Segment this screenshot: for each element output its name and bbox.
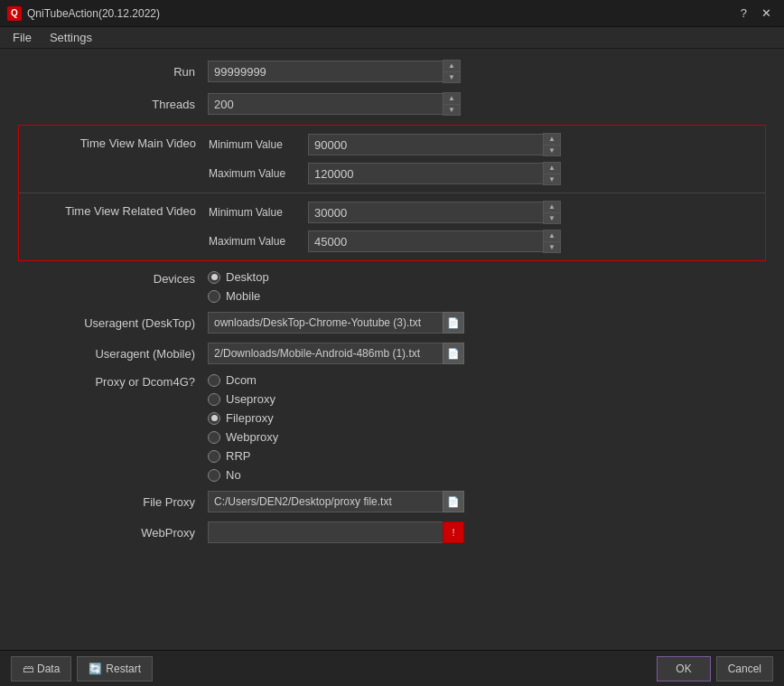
threads-label: Threads [18,98,208,111]
useragent-desktop-browse-btn[interactable]: 📄 [443,312,464,334]
device-desktop-radio[interactable] [208,271,220,284]
proxy-row: Proxy or Dcom4G? Dcom Useproxy Fileproxy… [18,373,766,482]
title-bar: Q QniTubeAction(20.12.2022) ? ✕ [0,0,784,27]
menu-file[interactable]: File [4,29,41,46]
run-spinner: ▲ ▼ [208,60,461,83]
threads-down-btn[interactable]: ▼ [443,104,460,115]
useragent-desktop-input[interactable] [208,312,443,334]
webproxy-error-btn[interactable]: ! [443,522,464,543]
device-mobile-item[interactable]: Mobile [208,289,269,303]
threads-spinner-buttons: ▲ ▼ [443,92,461,116]
close-button[interactable]: ✕ [756,5,777,22]
useragent-mobile-input[interactable] [208,343,443,364]
threads-up-btn[interactable]: ▲ [443,93,460,104]
devices-radio-group: Desktop Mobile [208,270,269,303]
run-label: Run [18,65,208,79]
file-proxy-browse-btn[interactable]: 📄 [443,491,464,512]
time-view-related-min-down-btn[interactable]: ▼ [544,212,560,223]
cancel-button[interactable]: Cancel [716,656,773,681]
useragent-mobile-label: Useragent (Mobile) [18,347,208,361]
time-view-related-min-up-btn[interactable]: ▲ [544,202,560,212]
proxy-useproxy-radio[interactable] [208,393,220,406]
useragent-mobile-input-wrap: 📄 [208,343,464,364]
time-view-related-min-label: Minimum Value [209,206,308,219]
threads-spinner: ▲ ▼ [208,92,461,116]
time-view-related-label: Time View Related Video [19,201,209,218]
time-view-main-min-up-btn[interactable]: ▲ [544,134,560,145]
title-bar-left: Q QniTubeAction(20.12.2022) [7,6,160,21]
restart-button[interactable]: 🔄 Restart [77,656,153,681]
proxy-label: Proxy or Dcom4G? [18,373,208,389]
useragent-mobile-row: Useragent (Mobile) 📄 [18,343,766,364]
proxy-no-radio[interactable] [208,469,220,482]
file-proxy-label: File Proxy [18,495,208,509]
proxy-webproxy-item[interactable]: Webproxy [208,430,278,444]
time-view-main-min-input[interactable] [308,134,543,155]
proxy-dcom-radio[interactable] [208,374,220,387]
help-button[interactable]: ? [735,5,752,22]
time-view-main-max-up-btn[interactable]: ▲ [544,163,560,174]
run-spinner-buttons: ▲ ▼ [443,60,461,83]
time-view-related-min-input[interactable] [308,202,543,223]
webproxy-row: WebProxy ! [18,522,766,543]
ok-button[interactable]: OK [657,656,710,681]
threads-input[interactable] [208,93,443,115]
proxy-radio-group: Dcom Useproxy Fileproxy Webproxy RRP No [208,373,278,482]
proxy-webproxy-label: Webproxy [226,430,278,444]
proxy-useproxy-item[interactable]: Useproxy [208,392,278,406]
useragent-mobile-browse-btn[interactable]: 📄 [443,343,464,364]
proxy-rrp-item[interactable]: RRP [208,449,278,463]
time-view-related-max-label: Maximum Value [209,235,308,248]
group-divider [19,193,765,193]
proxy-rrp-radio[interactable] [208,450,220,463]
restart-icon: 🔄 [89,663,102,675]
proxy-no-item[interactable]: No [208,468,278,482]
time-view-main-max-spinner: ▲ ▼ [308,162,561,185]
time-view-main-fields: Minimum Value ▲ ▼ Maximum Value [209,133,561,185]
time-view-related-max-down-btn[interactable]: ▼ [544,241,560,252]
useragent-desktop-input-wrap: 📄 [208,312,464,334]
time-view-related-min-spinner: ▲ ▼ [308,201,561,224]
proxy-webproxy-radio[interactable] [208,431,220,444]
proxy-dcom-item[interactable]: Dcom [208,373,278,387]
time-view-related-subgroup: Time View Related Video Minimum Value ▲ … [19,201,765,253]
time-view-main-max-input[interactable] [308,163,543,184]
proxy-rrp-label: RRP [226,449,250,463]
file-proxy-input[interactable] [208,491,443,512]
time-view-main-max-spinner-btns: ▲ ▼ [543,162,561,185]
time-view-related-max-row: Maximum Value ▲ ▼ [209,230,561,253]
time-view-main-max-down-btn[interactable]: ▼ [544,174,560,184]
device-desktop-item[interactable]: Desktop [208,270,269,284]
device-mobile-label: Mobile [226,289,260,303]
bottom-right-buttons: OK Cancel [657,656,773,681]
menu-settings[interactable]: Settings [41,29,101,46]
bottom-bar: 🗃 Data 🔄 Restart OK Cancel [0,650,784,686]
proxy-fileproxy-radio[interactable] [208,412,220,425]
run-input[interactable] [208,61,443,82]
useragent-desktop-row: Useragent (DeskTop) 📄 [18,312,766,334]
time-view-related-fields: Minimum Value ▲ ▼ Maximum Value [209,201,561,253]
data-btn-label: Data [37,663,60,675]
time-view-main-max-label: Maximum Value [209,167,308,180]
proxy-fileproxy-item[interactable]: Fileproxy [208,411,278,425]
time-view-group: Time View Main Video Minimum Value ▲ ▼ M… [18,125,766,261]
time-view-main-label: Time View Main Video [19,133,209,150]
devices-label: Devices [18,270,208,286]
time-view-related-max-spinner: ▲ ▼ [308,230,561,253]
time-view-main-min-label: Minimum Value [209,138,308,151]
time-view-main-min-down-btn[interactable]: ▼ [544,145,560,155]
device-desktop-label: Desktop [226,270,269,284]
data-icon: 🗃 [23,663,33,675]
run-up-btn[interactable]: ▲ [443,61,460,71]
time-view-related-max-input[interactable] [308,230,543,252]
data-button[interactable]: 🗃 Data [11,656,71,681]
useragent-desktop-label: Useragent (DeskTop) [18,316,208,330]
app-icon: Q [7,6,22,21]
time-view-main-min-spinner-btns: ▲ ▼ [543,133,561,156]
time-view-main-min-spinner: ▲ ▼ [308,133,561,156]
run-down-btn[interactable]: ▼ [443,71,460,82]
time-view-related-max-up-btn[interactable]: ▲ [544,230,560,241]
webproxy-input[interactable] [208,522,443,543]
device-mobile-radio[interactable] [208,290,220,303]
main-content: Run ▲ ▼ Threads ▲ ▼ Time View Main Video [0,49,784,650]
